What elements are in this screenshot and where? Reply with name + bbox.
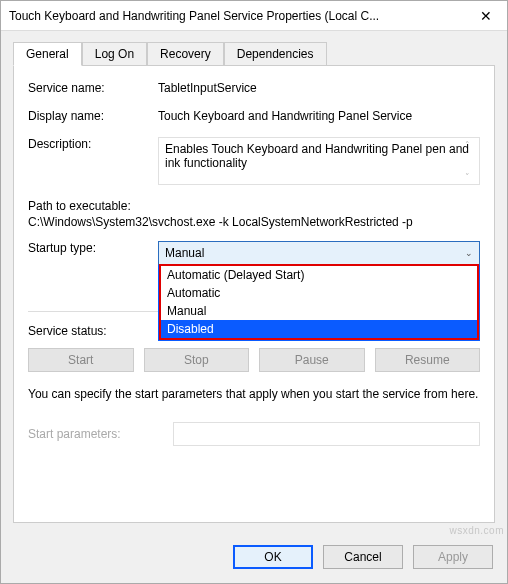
label-startup-type: Startup type:	[28, 241, 158, 255]
option-manual[interactable]: Manual	[161, 302, 477, 320]
tab-logon[interactable]: Log On	[82, 42, 147, 66]
properties-dialog: Touch Keyboard and Handwriting Panel Ser…	[0, 0, 508, 584]
chevron-down-icon: ⌄	[465, 248, 473, 258]
label-service-name: Service name:	[28, 81, 158, 95]
pause-button[interactable]: Pause	[259, 348, 365, 372]
startup-type-selected: Manual	[165, 246, 204, 260]
cancel-button[interactable]: Cancel	[323, 545, 403, 569]
tab-strip: General Log On Recovery Dependencies	[13, 41, 495, 65]
option-automatic[interactable]: Automatic	[161, 284, 477, 302]
label-description: Description:	[28, 137, 158, 151]
window-title: Touch Keyboard and Handwriting Panel Ser…	[1, 9, 465, 23]
label-start-params: Start parameters:	[28, 427, 173, 441]
ok-button[interactable]: OK	[233, 545, 313, 569]
label-service-status: Service status:	[28, 324, 158, 338]
startup-type-select[interactable]: Manual ⌄	[158, 241, 480, 265]
value-display-name: Touch Keyboard and Handwriting Panel Ser…	[158, 109, 480, 123]
description-textbox[interactable]: Enables Touch Keyboard and Handwriting P…	[158, 137, 480, 185]
titlebar: Touch Keyboard and Handwriting Panel Ser…	[1, 1, 507, 31]
note-text: You can specify the start parameters tha…	[28, 386, 480, 402]
option-automatic-delayed[interactable]: Automatic (Delayed Start)	[161, 266, 477, 284]
chevron-up-icon[interactable]: ˄	[465, 140, 477, 150]
close-icon[interactable]: ✕	[465, 1, 507, 31]
label-path: Path to executable:	[28, 199, 480, 213]
label-display-name: Display name:	[28, 109, 158, 123]
resume-button[interactable]: Resume	[375, 348, 481, 372]
startup-type-dropdown: Automatic (Delayed Start) Automatic Manu…	[158, 265, 480, 341]
value-service-name: TabletInputService	[158, 81, 480, 95]
value-path: C:\Windows\System32\svchost.exe -k Local…	[28, 215, 480, 229]
option-disabled[interactable]: Disabled	[161, 320, 477, 338]
tab-recovery[interactable]: Recovery	[147, 42, 224, 66]
tab-panel-general: Service name: TabletInputService Display…	[13, 65, 495, 523]
apply-button[interactable]: Apply	[413, 545, 493, 569]
watermark-text: wsxdn.com	[449, 525, 504, 536]
description-text: Enables Touch Keyboard and Handwriting P…	[165, 142, 469, 170]
tab-general[interactable]: General	[13, 42, 82, 66]
start-params-input[interactable]	[173, 422, 480, 446]
stop-button[interactable]: Stop	[144, 348, 250, 372]
dialog-footer: OK Cancel Apply	[1, 535, 507, 583]
start-button[interactable]: Start	[28, 348, 134, 372]
tab-dependencies[interactable]: Dependencies	[224, 42, 327, 66]
description-scroll[interactable]: ˄ ˅	[465, 140, 477, 182]
chevron-down-icon[interactable]: ˅	[465, 172, 477, 182]
